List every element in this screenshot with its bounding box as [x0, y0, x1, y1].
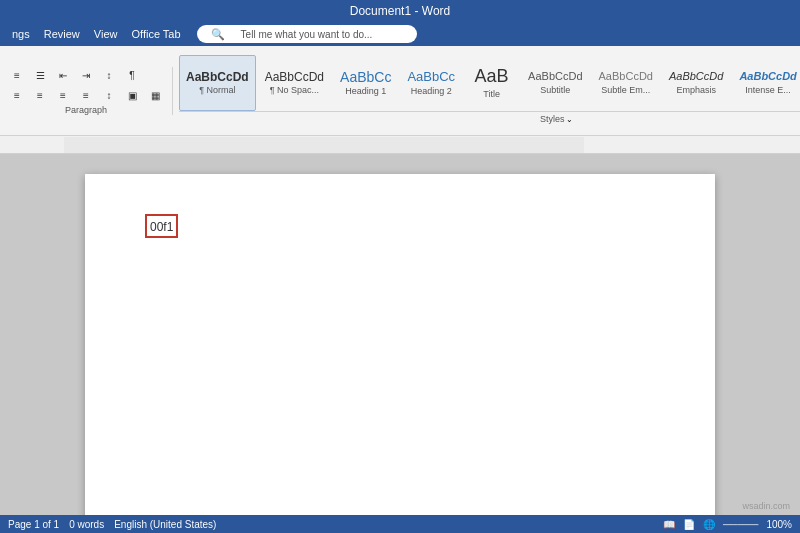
align-left-btn[interactable]: ≡ [6, 87, 28, 105]
selected-text-box[interactable]: 00f1 [145, 214, 178, 238]
sort-btn[interactable]: ↕ [98, 67, 120, 85]
text-cursor-container[interactable]: 00f1 [145, 214, 178, 238]
zoom-level: 100% [766, 519, 792, 530]
styles-section-label: Styles [540, 114, 565, 124]
svg-rect-1 [64, 137, 584, 153]
line-spacing-btn[interactable]: ↕ [98, 87, 120, 105]
toolbar-row-1: ≡ ☰ ⇤ ⇥ ↕ ¶ [6, 67, 166, 85]
search-placeholder: Tell me what you want to do... [235, 27, 379, 42]
search-icon: 🔍 [205, 26, 231, 43]
page-info: Page 1 of 1 [8, 519, 59, 530]
search-bar[interactable]: 🔍 Tell me what you want to do... [197, 25, 417, 43]
paragraph-label: Paragraph [65, 105, 107, 115]
indent-inc-btn[interactable]: ⇥ [75, 67, 97, 85]
styles-expand-icon[interactable]: ⌄ [566, 115, 573, 124]
paragraph-group: ≡ ☰ ⇤ ⇥ ↕ ¶ ≡ ≡ ≡ ≡ ↕ ▣ ▦ Paragraph [6, 67, 173, 115]
menu-item-officetab[interactable]: Office Tab [125, 26, 186, 42]
style-h1-label: Heading 1 [345, 86, 386, 96]
view-mode-read[interactable]: 📖 [663, 519, 675, 530]
style-emphasis-preview: AaBbCcDd [669, 70, 723, 83]
styles-bottom-bar: Styles ⌄ [179, 111, 800, 127]
ribbon-content: ≡ ☰ ⇤ ⇥ ↕ ¶ ≡ ≡ ≡ ≡ ↕ ▣ ▦ Paragraph [0, 46, 800, 135]
title-bar: Document1 - Word [0, 0, 800, 22]
menu-bar: ngs Review View Office Tab 🔍 Tell me wha… [0, 22, 800, 46]
status-right: 📖 📄 🌐 ───── 100% [663, 519, 792, 530]
border-btn[interactable]: ▦ [144, 87, 166, 105]
ribbon: ≡ ☰ ⇤ ⇥ ↕ ¶ ≡ ≡ ≡ ≡ ↕ ▣ ▦ Paragraph [0, 46, 800, 136]
bullet-list-btn[interactable]: ≡ [6, 67, 28, 85]
title-text: Document1 - Word [350, 4, 450, 18]
style-intensee-preview: AaBbCcDd [739, 70, 796, 83]
style-no-spacing[interactable]: AaBbCcDd ¶ No Spac... [258, 55, 331, 111]
style-intense-e[interactable]: AaBbCcDd Intense E... [732, 55, 800, 111]
selected-text: 00f1 [150, 220, 173, 234]
menu-item-view[interactable]: View [88, 26, 124, 42]
style-intensee-label: Intense E... [745, 85, 791, 95]
style-subtitle[interactable]: AaBbCcDd Subtitle [521, 55, 589, 111]
status-bar: Page 1 of 1 0 words English (United Stat… [0, 515, 800, 533]
style-title-label: Title [483, 89, 500, 99]
style-title[interactable]: AaB Title [464, 55, 519, 111]
page: 00f1 [85, 174, 715, 515]
menu-item-review[interactable]: Review [38, 26, 86, 42]
style-h2-label: Heading 2 [411, 86, 452, 96]
style-h2-preview: AaBbCc [407, 69, 455, 85]
document-area: 00f1 [0, 154, 800, 515]
style-subtitle-label: Subtitle [540, 85, 570, 95]
style-normal-preview: AaBbCcDd [186, 70, 249, 84]
shading-btn[interactable]: ▣ [121, 87, 143, 105]
style-h1-preview: AaBbCc [340, 69, 391, 86]
number-list-btn[interactable]: ☰ [29, 67, 51, 85]
style-normal-label: ¶ Normal [199, 85, 235, 95]
indent-dec-btn[interactable]: ⇤ [52, 67, 74, 85]
style-emphasis[interactable]: AaBbCcDd Emphasis [662, 55, 730, 111]
styles-gallery: AaBbCcDd ¶ Normal AaBbCcDd ¶ No Spac... … [179, 55, 800, 111]
view-mode-web[interactable]: 🌐 [703, 519, 715, 530]
style-nospace-label: ¶ No Spac... [270, 85, 319, 95]
justify-btn[interactable]: ≡ [75, 87, 97, 105]
style-subtleem-label: Subtle Em... [601, 85, 650, 95]
style-nospace-preview: AaBbCcDd [265, 70, 324, 84]
zoom-slider[interactable]: ───── [723, 519, 758, 530]
align-right-btn[interactable]: ≡ [52, 87, 74, 105]
language: English (United States) [114, 519, 216, 530]
word-count: 0 words [69, 519, 104, 530]
ruler [0, 136, 800, 154]
style-heading1[interactable]: AaBbCc Heading 1 [333, 55, 398, 111]
style-subtleem-preview: AaBbCcDd [599, 70, 653, 83]
paragraph-icons: ≡ ☰ ⇤ ⇥ ↕ ¶ ≡ ≡ ≡ ≡ ↕ ▣ ▦ [6, 67, 166, 105]
styles-section: AaBbCcDd ¶ Normal AaBbCcDd ¶ No Spac... … [179, 55, 800, 127]
watermark: wsadin.com [742, 501, 790, 511]
style-title-preview: AaB [475, 66, 509, 88]
menu-item-ngs[interactable]: ngs [6, 26, 36, 42]
view-mode-print[interactable]: 📄 [683, 519, 695, 530]
toolbar-row-2: ≡ ≡ ≡ ≡ ↕ ▣ ▦ [6, 87, 166, 105]
align-center-btn[interactable]: ≡ [29, 87, 51, 105]
style-normal[interactable]: AaBbCcDd ¶ Normal [179, 55, 256, 111]
style-emphasis-label: Emphasis [676, 85, 716, 95]
show-marks-btn[interactable]: ¶ [121, 67, 143, 85]
ruler-svg [4, 137, 796, 153]
style-subtitle-preview: AaBbCcDd [528, 70, 582, 83]
style-subtle-em[interactable]: AaBbCcDd Subtle Em... [592, 55, 660, 111]
style-heading2[interactable]: AaBbCc Heading 2 [400, 55, 462, 111]
